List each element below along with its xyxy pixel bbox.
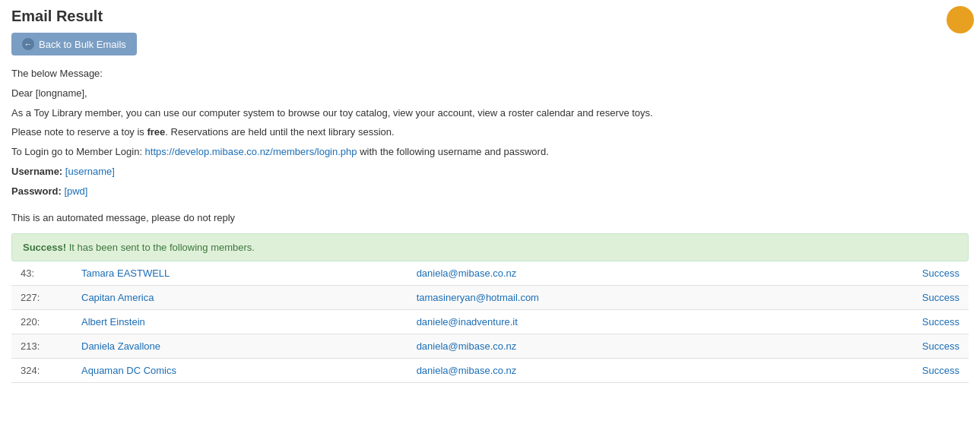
success-banner: Success! It has been sent to the followi… [11, 233, 969, 261]
message-line1: As a Toy Library member, you can use our… [11, 106, 969, 122]
row-name: Tamara EASTWELL [72, 261, 408, 286]
line2-bold: free [147, 126, 165, 138]
row-status: Success [877, 359, 969, 383]
username-line: Username: [username] [11, 164, 969, 180]
success-label: Success! [23, 242, 66, 253]
password-value: [pwd] [64, 185, 87, 197]
row-name: Capitan America [72, 286, 408, 310]
back-button-label: Back to Bulk Emails [39, 39, 126, 50]
password-label: Password: [11, 185, 62, 197]
user-avatar [947, 6, 974, 33]
row-email: daniela@mibase.co.nz [408, 261, 877, 286]
table-row: 227: Capitan America tamasineryan@hotmai… [11, 286, 969, 310]
message-line3: To Login go to Member Login: https://dev… [11, 144, 969, 160]
row-name: Aquaman DC Comics [72, 359, 408, 383]
row-email: tamasineryan@hotmail.com [408, 286, 877, 310]
row-status: Success [877, 286, 969, 310]
row-name: Albert Einstein [72, 310, 408, 334]
table-row: 213: Daniela Zavallone daniela@mibase.co… [11, 334, 969, 359]
results-table: 43: Tamara EASTWELL daniela@mibase.co.nz… [11, 261, 969, 383]
row-email: daniela@mibase.co.nz [408, 359, 877, 383]
username-value: [username] [65, 166, 115, 177]
back-to-bulk-emails-button[interactable]: ← Back to Bulk Emails [11, 33, 137, 55]
row-status: Success [877, 334, 969, 359]
message-intro: The below Message: [11, 66, 969, 82]
row-id: 324: [11, 359, 72, 383]
success-text: It has been sent to the following member… [66, 242, 255, 253]
line3-suffix: with the following username and password… [357, 146, 549, 157]
line2-prefix: Please note to reserve a toy is [11, 126, 147, 138]
login-link[interactable]: https://develop.mibase.co.nz/members/log… [145, 146, 357, 157]
row-id: 213: [11, 334, 72, 359]
message-section: The below Message: Dear [longname], As a… [11, 66, 969, 226]
table-row: 324: Aquaman DC Comics daniela@mibase.co… [11, 359, 969, 383]
row-email: daniele@inadventure.it [408, 310, 877, 334]
table-row: 43: Tamara EASTWELL daniela@mibase.co.nz… [11, 261, 969, 286]
line2-suffix: . Reservations are held until the next l… [165, 126, 394, 138]
automated-message: This is an automated message, please do … [11, 210, 969, 226]
username-label: Username: [11, 166, 62, 177]
row-id: 227: [11, 286, 72, 310]
row-name: Daniela Zavallone [72, 334, 408, 359]
message-greeting: Dear [longname], [11, 86, 969, 102]
back-icon: ← [22, 38, 34, 50]
line3-prefix: To Login go to Member Login: [11, 146, 145, 157]
row-email: daniela@mibase.co.nz [408, 334, 877, 359]
page-title: Email Result [11, 8, 969, 25]
table-row: 220: Albert Einstein daniele@inadventure… [11, 310, 969, 334]
row-id: 220: [11, 310, 72, 334]
row-id: 43: [11, 261, 72, 286]
row-status: Success [877, 261, 969, 286]
row-status: Success [877, 310, 969, 334]
password-line: Password: [pwd] [11, 184, 969, 200]
message-line2: Please note to reserve a toy is free. Re… [11, 125, 969, 141]
